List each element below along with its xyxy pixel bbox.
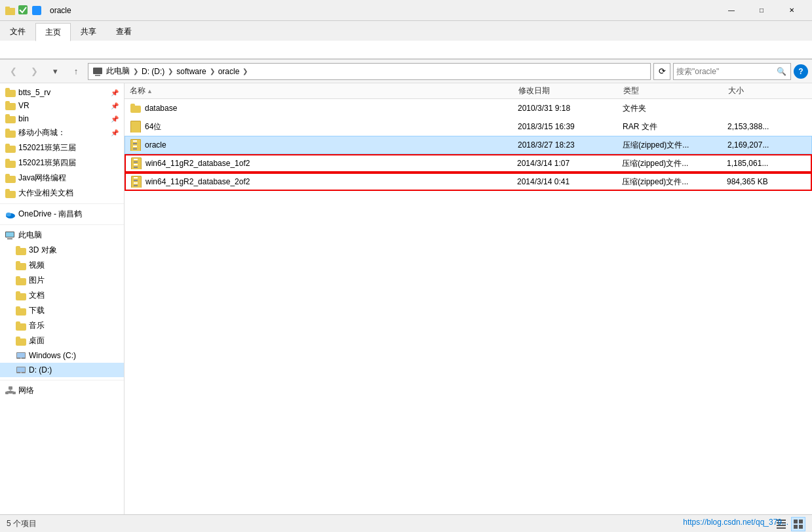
file-name-text: 64位 (145, 121, 161, 133)
sidebar-item-btts[interactable]: btts_5_rv 📌 (0, 86, 124, 99)
table-row[interactable]: 64位 2018/3/15 16:39 RAR 文件 2,153,388... (125, 117, 812, 136)
zip-icon (131, 176, 142, 188)
sidebar-label-btts: btts_5_rv (18, 88, 50, 97)
file-size: 2,153,388... (727, 122, 806, 131)
sidebar-item-class4[interactable]: 152021班第四届 (0, 155, 124, 171)
search-icon[interactable]: 🔍 (775, 64, 788, 79)
sidebar-label-class4: 152021班第四届 (18, 157, 76, 169)
svg-rect-3 (32, 6, 41, 15)
svg-rect-12 (17, 353, 25, 358)
address-bar[interactable]: 此电脑 ❯ D: (D:) ❯ software ❯ oracle ❯ (88, 63, 651, 80)
pin-icon: 📌 (111, 129, 119, 136)
tab-file[interactable]: 文件 (0, 22, 35, 41)
back-button[interactable]: ❮ (4, 62, 22, 81)
file-name: oracle (130, 139, 518, 151)
sidebar-item-music[interactable]: 音乐 (0, 318, 124, 333)
sidebar-item-vr[interactable]: VR 📌 (0, 99, 124, 112)
sidebar-label-mobile: 移动小商城： (18, 127, 66, 138)
sidebar-label-class3: 152021班第三届 (18, 142, 76, 153)
file-date: 2018/3/27 18:23 (518, 140, 623, 150)
ribbon-tabs: 文件 主页 共享 查看 (0, 21, 812, 41)
sidebar-item-documents[interactable]: 文档 (0, 288, 124, 303)
sidebar-item-homework[interactable]: 大作业相关文档 (0, 186, 124, 201)
sidebar-label-java: Java网络编程 (18, 173, 66, 184)
zip-icon (130, 139, 141, 151)
file-date: 2010/3/31 9:18 (518, 104, 623, 113)
sidebar-item-mobile[interactable]: 移动小商城： 📌 (0, 125, 124, 140)
sidebar-item-downloads[interactable]: 下载 (0, 303, 124, 318)
file-name-text: database (145, 104, 177, 113)
table-row[interactable]: database 2010/3/31 9:18 文件夹 (125, 99, 812, 117)
col-header-date[interactable]: 修改日期 (518, 85, 623, 96)
folder-icon (16, 337, 26, 346)
chevron-icon-4: ❯ (242, 68, 248, 75)
refresh-button[interactable]: ⟳ (653, 63, 670, 80)
sidebar-item-video[interactable]: 视频 (0, 258, 124, 273)
view-large-icons-button[interactable] (791, 517, 805, 531)
folder-small-icon (5, 5, 16, 16)
thispc-icon (5, 230, 16, 241)
search-input[interactable] (676, 67, 775, 76)
sidebar-item-network[interactable]: 网络 (0, 383, 124, 398)
table-row[interactable]: win64_11gR2_database_1of2 2014/3/14 1:07… (125, 154, 812, 173)
sidebar-item-onedrive[interactable]: OneDrive - 南昌鹤 (0, 207, 124, 222)
rar-icon (130, 121, 141, 133)
file-name: win64_11gR2_database_2of2 (131, 176, 517, 188)
sidebar-label-downloads: 下载 (29, 305, 45, 316)
folder-icon (16, 261, 26, 270)
tab-view[interactable]: 查看 (106, 22, 142, 41)
search-box[interactable]: 🔍 (673, 63, 791, 80)
table-row[interactable]: oracle 2018/3/27 18:23 压缩(zipped)文件... 2… (125, 136, 812, 154)
sidebar-item-desktop[interactable]: 桌面 (0, 333, 124, 348)
up-button[interactable]: ↑ (67, 62, 85, 81)
sidebar: btts_5_rv 📌 VR 📌 bin 📌 移动小商城： 📌 152021班第… (0, 83, 125, 514)
sidebar-item-thispc[interactable]: 此电脑 (0, 228, 124, 243)
file-size: 1,185,061... (727, 159, 805, 168)
toolbar: ❮ ❯ ▾ ↑ 此电脑 ❯ D: (D:) ❯ software ❯ oracl… (0, 60, 812, 83)
zip-icon (131, 157, 142, 169)
file-name: 64位 (130, 121, 518, 133)
blue-square-icon (31, 5, 42, 16)
sidebar-item-java[interactable]: Java网络编程 (0, 171, 124, 186)
pc-icon (92, 66, 103, 77)
maximize-button[interactable]: □ (746, 0, 777, 21)
file-rows-container: database 2010/3/31 9:18 文件夹 64位 2018/3/1… (125, 99, 812, 191)
tab-share[interactable]: 共享 (71, 22, 106, 41)
forward-button[interactable]: ❯ (25, 62, 43, 81)
table-row[interactable]: win64_11gR2_database_2of2 2014/3/14 0:41… (125, 173, 812, 191)
pin-icon: 📌 (111, 115, 119, 123)
folder-icon (5, 174, 16, 183)
path-this-pc[interactable]: 此电脑 (104, 66, 132, 77)
svg-rect-1 (5, 7, 10, 9)
path-oracle[interactable]: oracle (216, 67, 242, 76)
sidebar-label-thispc: 此电脑 (18, 230, 42, 241)
close-button[interactable]: ✕ (777, 0, 807, 21)
svg-rect-30 (794, 525, 798, 529)
sidebar-item-class3[interactable]: 152021班第三届 (0, 140, 124, 155)
file-type: RAR 文件 (623, 121, 727, 133)
file-type: 压缩(zipped)文件... (622, 176, 727, 188)
path-software[interactable]: software (174, 67, 208, 76)
col-header-type[interactable]: 类型 (623, 85, 728, 96)
path-d-drive[interactable]: D: (D:) (140, 67, 166, 76)
sidebar-label-d-drive: D: (D:) (29, 365, 52, 375)
sidebar-item-pictures[interactable]: 图片 (0, 273, 124, 288)
file-type: 压缩(zipped)文件... (622, 158, 727, 169)
folder-icon (16, 276, 26, 285)
tab-home[interactable]: 主页 (35, 23, 71, 41)
help-button[interactable]: ? (794, 64, 808, 79)
path-part: 此电脑 ❯ D: (D:) ❯ software ❯ oracle ❯ (92, 66, 248, 77)
sidebar-item-d-drive[interactable]: D: (D:) (0, 363, 124, 377)
dropdown-button[interactable]: ▾ (46, 62, 64, 81)
sidebar-item-bin[interactable]: bin 📌 (0, 112, 124, 125)
col-header-name[interactable]: 名称 ▲ (130, 85, 518, 96)
svg-rect-31 (799, 525, 803, 529)
minimize-button[interactable]: — (716, 0, 746, 21)
chevron-icon-3: ❯ (210, 68, 215, 75)
folder-icon (5, 159, 16, 168)
sidebar-item-3dobjects[interactable]: 3D 对象 (0, 243, 124, 258)
folder-icon (5, 101, 16, 110)
sidebar-item-windows-c[interactable]: Windows (C:) (0, 348, 124, 363)
sort-icon: ▲ (147, 88, 153, 94)
col-header-size[interactable]: 大小 (728, 85, 807, 96)
